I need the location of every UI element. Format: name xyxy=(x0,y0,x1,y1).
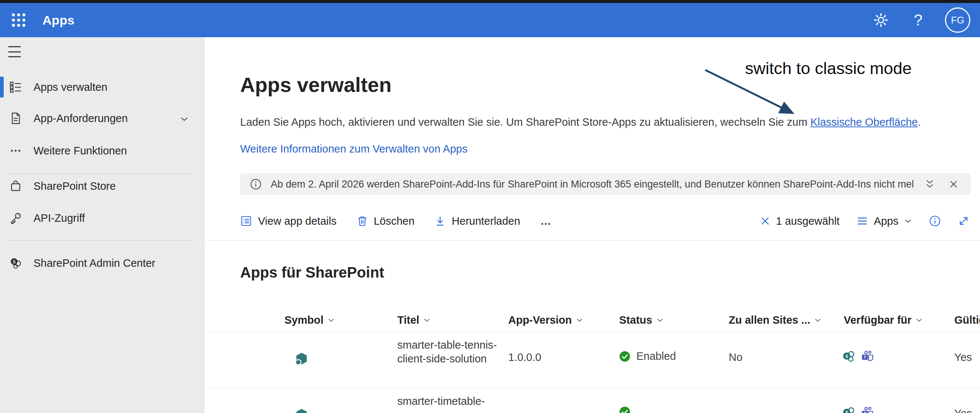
table-row[interactable]: smarter-timetable- S xyxy=(204,388,980,413)
banner-expand-button[interactable] xyxy=(922,177,937,192)
clear-selection-button[interactable]: 1 ausgewählt xyxy=(760,215,840,227)
sidebar-item-sharepoint-store[interactable]: SharePoint Store xyxy=(0,176,204,197)
topbar: Apps ? FG xyxy=(0,3,980,37)
account-avatar[interactable]: FG xyxy=(945,8,970,33)
table-row[interactable]: smarter-table-tennis-client-side-solutio… xyxy=(204,332,980,388)
app-status: Enabled xyxy=(619,350,676,362)
chevron-down-icon xyxy=(328,318,334,322)
status-enabled-icon xyxy=(619,406,630,413)
view-list-icon xyxy=(857,216,868,226)
download-button[interactable]: Herunterladen xyxy=(434,215,520,227)
store-bag-icon xyxy=(9,179,22,193)
sharepoint-logo-icon: S xyxy=(9,256,22,270)
app-package-icon xyxy=(293,351,309,370)
banner-close-button[interactable] xyxy=(946,177,961,192)
chevron-down-icon xyxy=(657,318,663,322)
help-icon: ? xyxy=(914,12,922,28)
sharepoint-admin-apps-page: Apps ? FG xyxy=(0,0,980,413)
selected-count-label: 1 ausgewählt xyxy=(776,215,840,227)
sidebar-collapse-button[interactable] xyxy=(8,46,21,57)
sidebar-item-label: App-Anforderungen xyxy=(33,112,128,125)
svg-text:T: T xyxy=(864,355,866,359)
sidebar: Apps verwalten App-Anforderungen xyxy=(0,37,204,413)
all-sites-value: No xyxy=(729,351,743,364)
sidebar-item-weitere-funktionen[interactable]: Weitere Funktionen xyxy=(0,140,204,161)
app-launcher-waffle-icon[interactable] xyxy=(10,11,27,29)
view-name-label: Apps xyxy=(874,215,899,227)
sidebar-item-label: API-Zugriff xyxy=(33,212,85,224)
info-pane-button[interactable] xyxy=(929,215,941,227)
clear-selection-x-icon xyxy=(760,216,770,226)
sidebar-item-label: SharePoint Admin Center xyxy=(33,257,155,269)
close-icon xyxy=(949,180,958,189)
svg-text:T: T xyxy=(864,411,866,413)
chevron-down-icon[interactable] xyxy=(180,112,188,125)
available-for-icons: S T xyxy=(842,350,875,363)
valid-app-value: Yes xyxy=(954,407,972,413)
chevron-down-icon xyxy=(904,219,912,224)
svg-text:S: S xyxy=(845,410,849,413)
deprecation-banner: Ab dem 2. April 2026 werden SharePoint-A… xyxy=(240,173,971,195)
app-package-icon xyxy=(293,407,309,413)
command-bar: View app details Löschen xyxy=(240,211,969,232)
info-icon xyxy=(929,215,941,227)
column-header-titel[interactable]: Titel xyxy=(397,309,430,332)
button-label: Herunterladen xyxy=(452,215,520,227)
button-label: Löschen xyxy=(374,215,415,227)
table-header: Symbol Titel App-Version Status Zu allen… xyxy=(204,309,980,332)
app-status xyxy=(619,406,636,413)
chevron-down-icon xyxy=(916,318,922,322)
chevron-down-icon xyxy=(424,318,430,322)
help-button[interactable]: ? xyxy=(908,10,929,30)
more-commands-button[interactable]: … xyxy=(540,215,552,227)
learn-more-link[interactable]: Weitere Informationen zum Verwalten von … xyxy=(240,143,467,155)
settings-button[interactable] xyxy=(870,10,891,30)
sidebar-divider xyxy=(8,240,192,241)
column-header-status[interactable]: Status xyxy=(619,309,663,332)
classic-experience-link[interactable]: Klassische Oberfläche xyxy=(810,116,918,128)
download-icon xyxy=(434,215,446,227)
sharepoint-icon: S xyxy=(842,406,856,413)
column-header-gueltig[interactable]: Gültig xyxy=(954,309,980,332)
double-chevron-down-icon xyxy=(925,179,935,189)
document-icon xyxy=(9,112,22,125)
status-label: Enabled xyxy=(636,350,676,362)
column-header-verfuegbar-fuer[interactable]: Verfügbar für xyxy=(844,309,922,332)
info-icon xyxy=(250,178,262,190)
waffle-icon xyxy=(10,12,27,28)
column-header-symbol[interactable]: Symbol xyxy=(285,309,334,332)
sidebar-item-apps-verwalten[interactable]: Apps verwalten xyxy=(0,77,204,97)
details-list-icon xyxy=(240,215,252,227)
intro-after: . xyxy=(918,116,921,128)
main-content: switch to classic mode Apps verwalten La… xyxy=(204,37,980,413)
sidebar-item-sharepoint-admin-center[interactable]: S SharePoint Admin Center xyxy=(0,253,204,273)
sidebar-item-label: Apps verwalten xyxy=(33,81,107,94)
sidebar-divider xyxy=(8,173,192,174)
column-header-app-version[interactable]: App-Version xyxy=(508,309,583,332)
window-top-strip xyxy=(0,0,980,3)
trash-icon xyxy=(357,215,368,227)
chevron-down-icon xyxy=(815,318,821,322)
view-app-details-button[interactable]: View app details xyxy=(240,215,337,227)
fullscreen-button[interactable] xyxy=(958,215,969,227)
gear-icon xyxy=(873,12,889,28)
sidebar-item-api-zugriff[interactable]: API-Zugriff xyxy=(0,208,204,229)
sidebar-item-app-anforderungen[interactable]: App-Anforderungen xyxy=(0,108,204,129)
column-header-zu-allen-sites[interactable]: Zu allen Sites ... xyxy=(729,309,821,332)
app-title: smarter-table-tennis-client-side-solutio… xyxy=(397,338,498,366)
banner-message: Ab dem 2. April 2026 werden SharePoint-A… xyxy=(271,179,913,190)
button-label: View app details xyxy=(258,215,337,227)
key-icon xyxy=(9,211,22,225)
intro-before: Laden Sie Apps hoch, aktivieren und verw… xyxy=(240,116,810,128)
expand-diagonal-icon xyxy=(958,215,969,227)
delete-button[interactable]: Löschen xyxy=(357,215,415,227)
toolbar-divider xyxy=(204,240,980,241)
available-for-icons: S T xyxy=(842,406,875,413)
teams-icon: T xyxy=(861,350,875,363)
svg-text:S: S xyxy=(13,259,16,265)
sidebar-item-label: Weitere Funktionen xyxy=(33,145,127,157)
intro-text: Laden Sie Apps hoch, aktivieren und verw… xyxy=(240,116,921,129)
topbar-app-title: Apps xyxy=(43,13,75,27)
teams-icon: T xyxy=(861,406,875,413)
view-switcher-dropdown[interactable]: Apps xyxy=(857,215,912,227)
